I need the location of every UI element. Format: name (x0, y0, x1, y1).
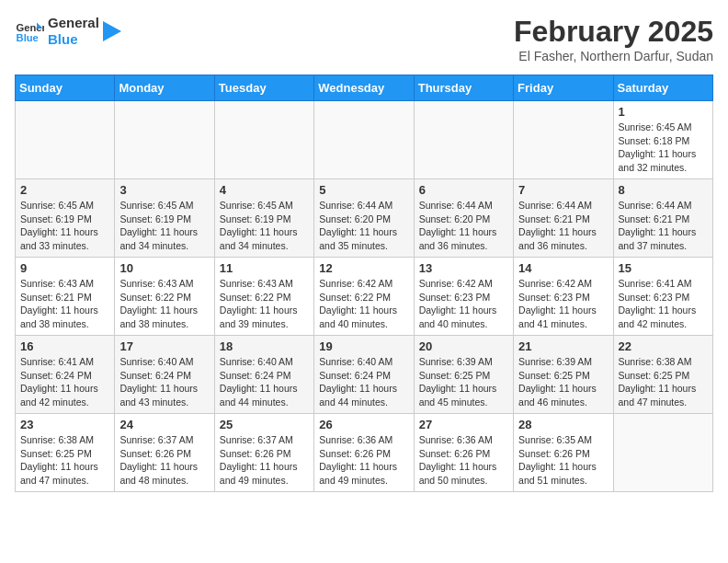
calendar-cell: 28Sunrise: 6:35 AMSunset: 6:26 PMDayligh… (514, 414, 613, 492)
logo-icon: General Blue (15, 17, 44, 46)
day-number: 1 (619, 105, 708, 119)
calendar-cell: 15Sunrise: 6:41 AMSunset: 6:23 PMDayligh… (613, 258, 712, 336)
logo-blue: Blue (48, 31, 99, 48)
weekday-header-sunday: Sunday (16, 75, 115, 101)
day-number: 23 (20, 418, 109, 431)
calendar-week-row: 16Sunrise: 6:41 AMSunset: 6:24 PMDayligh… (16, 336, 713, 414)
day-number: 6 (419, 183, 508, 197)
calendar-cell: 16Sunrise: 6:41 AMSunset: 6:24 PMDayligh… (16, 336, 115, 414)
day-number: 18 (220, 339, 309, 353)
day-info: Sunrise: 6:40 AMSunset: 6:24 PMDaylight:… (119, 355, 209, 409)
logo-arrow-icon (103, 21, 121, 41)
day-info: Sunrise: 6:38 AMSunset: 6:25 PMDaylight:… (20, 433, 109, 488)
calendar-cell (613, 414, 712, 492)
weekday-header-thursday: Thursday (414, 75, 513, 101)
day-number: 24 (119, 418, 209, 431)
calendar-cell: 21Sunrise: 6:39 AMSunset: 6:25 PMDayligh… (514, 336, 613, 414)
calendar-cell: 18Sunrise: 6:40 AMSunset: 6:24 PMDayligh… (214, 336, 313, 414)
calendar-cell (16, 101, 115, 179)
day-info: Sunrise: 6:39 AMSunset: 6:25 PMDaylight:… (419, 355, 508, 409)
day-info: Sunrise: 6:45 AMSunset: 6:19 PMDaylight:… (20, 199, 109, 253)
calendar-cell: 12Sunrise: 6:42 AMSunset: 6:22 PMDayligh… (314, 258, 414, 336)
day-info: Sunrise: 6:41 AMSunset: 6:24 PMDaylight:… (20, 355, 109, 409)
calendar-cell: 23Sunrise: 6:38 AMSunset: 6:25 PMDayligh… (16, 414, 115, 492)
day-number: 4 (220, 183, 309, 197)
calendar-cell: 13Sunrise: 6:42 AMSunset: 6:23 PMDayligh… (414, 258, 513, 336)
day-info: Sunrise: 6:45 AMSunset: 6:19 PMDaylight:… (220, 199, 309, 253)
day-number: 15 (619, 261, 708, 275)
calendar-cell: 27Sunrise: 6:36 AMSunset: 6:26 PMDayligh… (414, 414, 513, 492)
calendar-cell: 9Sunrise: 6:43 AMSunset: 6:21 PMDaylight… (16, 258, 115, 336)
calendar-cell: 6Sunrise: 6:44 AMSunset: 6:20 PMDaylight… (414, 179, 513, 258)
calendar-cell (214, 101, 313, 179)
day-info: Sunrise: 6:40 AMSunset: 6:24 PMDaylight:… (319, 355, 408, 409)
logo-general: General (48, 15, 99, 31)
day-info: Sunrise: 6:43 AMSunset: 6:21 PMDaylight:… (20, 277, 109, 331)
calendar-cell (314, 101, 414, 179)
day-number: 17 (119, 339, 209, 353)
calendar-cell: 22Sunrise: 6:38 AMSunset: 6:25 PMDayligh… (613, 336, 712, 414)
calendar-cell: 3Sunrise: 6:45 AMSunset: 6:19 PMDaylight… (115, 179, 214, 258)
weekday-header-wednesday: Wednesday (314, 75, 414, 101)
day-info: Sunrise: 6:37 AMSunset: 6:26 PMDaylight:… (220, 433, 309, 488)
day-number: 13 (419, 261, 508, 275)
day-number: 26 (319, 418, 408, 431)
day-info: Sunrise: 6:35 AMSunset: 6:26 PMDaylight:… (518, 433, 608, 488)
day-info: Sunrise: 6:36 AMSunset: 6:26 PMDaylight:… (419, 433, 508, 488)
day-info: Sunrise: 6:44 AMSunset: 6:21 PMDaylight:… (518, 199, 608, 253)
calendar-cell (514, 101, 613, 179)
calendar-cell: 5Sunrise: 6:44 AMSunset: 6:20 PMDaylight… (314, 179, 414, 258)
calendar-cell: 25Sunrise: 6:37 AMSunset: 6:26 PMDayligh… (214, 414, 313, 492)
day-number: 7 (518, 183, 608, 197)
day-number: 14 (518, 261, 608, 275)
weekday-header-saturday: Saturday (613, 75, 712, 101)
calendar-week-row: 9Sunrise: 6:43 AMSunset: 6:21 PMDaylight… (16, 258, 713, 336)
day-number: 8 (619, 183, 708, 197)
day-info: Sunrise: 6:41 AMSunset: 6:23 PMDaylight:… (619, 277, 708, 331)
svg-text:Blue: Blue (17, 32, 39, 43)
day-number: 5 (319, 183, 408, 197)
day-info: Sunrise: 6:40 AMSunset: 6:24 PMDaylight:… (220, 355, 309, 409)
day-number: 19 (319, 339, 408, 353)
day-info: Sunrise: 6:44 AMSunset: 6:21 PMDaylight:… (619, 199, 708, 253)
calendar-table: SundayMondayTuesdayWednesdayThursdayFrid… (15, 75, 713, 492)
calendar-cell: 8Sunrise: 6:44 AMSunset: 6:21 PMDaylight… (613, 179, 712, 258)
calendar-cell: 4Sunrise: 6:45 AMSunset: 6:19 PMDaylight… (214, 179, 313, 258)
day-info: Sunrise: 6:42 AMSunset: 6:23 PMDaylight:… (419, 277, 508, 331)
svg-marker-3 (103, 21, 121, 41)
calendar-cell: 11Sunrise: 6:43 AMSunset: 6:22 PMDayligh… (214, 258, 313, 336)
calendar-cell: 24Sunrise: 6:37 AMSunset: 6:26 PMDayligh… (115, 414, 214, 492)
day-number: 21 (518, 339, 608, 353)
day-info: Sunrise: 6:42 AMSunset: 6:22 PMDaylight:… (319, 277, 408, 331)
day-number: 28 (518, 418, 608, 431)
day-number: 25 (220, 418, 309, 431)
day-number: 27 (419, 418, 508, 431)
day-info: Sunrise: 6:43 AMSunset: 6:22 PMDaylight:… (119, 277, 209, 331)
day-number: 9 (20, 261, 109, 275)
day-number: 11 (220, 261, 309, 275)
calendar-cell: 1Sunrise: 6:45 AMSunset: 6:18 PMDaylight… (613, 101, 712, 179)
day-info: Sunrise: 6:37 AMSunset: 6:26 PMDaylight:… (119, 433, 209, 488)
day-number: 12 (319, 261, 408, 275)
calendar-cell: 19Sunrise: 6:40 AMSunset: 6:24 PMDayligh… (314, 336, 414, 414)
day-info: Sunrise: 6:36 AMSunset: 6:26 PMDaylight:… (319, 433, 408, 488)
day-info: Sunrise: 6:42 AMSunset: 6:23 PMDaylight:… (518, 277, 608, 331)
month-year-title: February 2025 (514, 15, 713, 49)
calendar-cell: 17Sunrise: 6:40 AMSunset: 6:24 PMDayligh… (115, 336, 214, 414)
day-number: 2 (20, 183, 109, 197)
calendar-cell (414, 101, 513, 179)
calendar-header-row: SundayMondayTuesdayWednesdayThursdayFrid… (16, 75, 713, 101)
calendar-cell: 2Sunrise: 6:45 AMSunset: 6:19 PMDaylight… (16, 179, 115, 258)
calendar-cell: 10Sunrise: 6:43 AMSunset: 6:22 PMDayligh… (115, 258, 214, 336)
weekday-header-friday: Friday (514, 75, 613, 101)
day-info: Sunrise: 6:45 AMSunset: 6:19 PMDaylight:… (119, 199, 209, 253)
day-info: Sunrise: 6:38 AMSunset: 6:25 PMDaylight:… (619, 355, 708, 409)
day-number: 16 (20, 339, 109, 353)
calendar-cell: 26Sunrise: 6:36 AMSunset: 6:26 PMDayligh… (314, 414, 414, 492)
weekday-header-monday: Monday (115, 75, 214, 101)
day-number: 20 (419, 339, 508, 353)
calendar-week-row: 2Sunrise: 6:45 AMSunset: 6:19 PMDaylight… (16, 179, 713, 258)
calendar-cell (115, 101, 214, 179)
page-header: General Blue General Blue February 2025 … (15, 15, 713, 63)
day-info: Sunrise: 6:39 AMSunset: 6:25 PMDaylight:… (518, 355, 608, 409)
